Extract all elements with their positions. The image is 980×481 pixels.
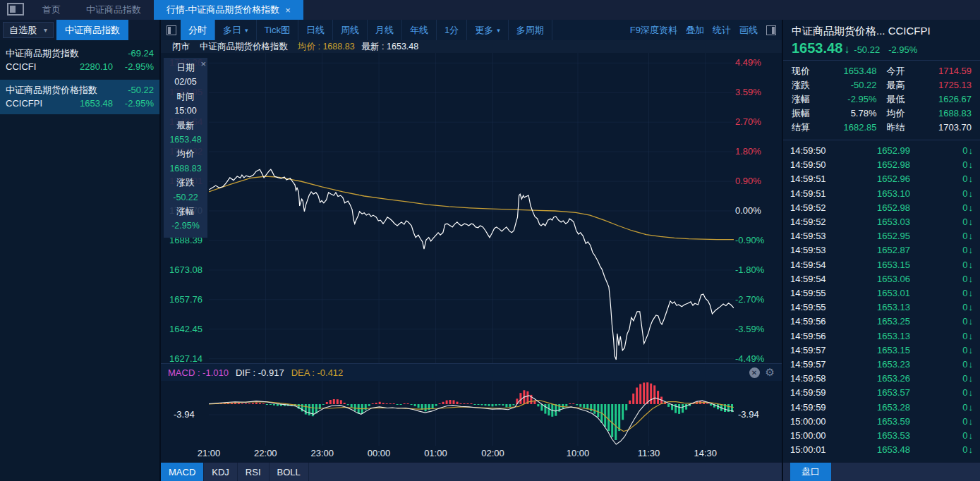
stat-label: 最低 bbox=[887, 92, 905, 106]
sale-row-14: 14:59:571653.150↓ bbox=[790, 343, 973, 358]
sale-time: 14:59:52 bbox=[790, 215, 840, 229]
top-tab-1[interactable]: 中证商品指数 bbox=[73, 0, 154, 20]
collapse-right-panel-icon[interactable] bbox=[766, 25, 776, 35]
indicator-tab-RSI[interactable]: RSI bbox=[238, 463, 270, 481]
sale-row-19: 15:00:001653.590↓ bbox=[790, 415, 973, 429]
toolbar-item-年线[interactable]: 年线 bbox=[402, 20, 437, 40]
chart-toolbar: 分时多日▾Tick图日线周线月线年线1分更多▾多周期 F9深度资料叠加统计画线 bbox=[161, 20, 782, 40]
stat-value: 1725.13 bbox=[905, 78, 972, 92]
watchlist-group-dropdown[interactable]: 自选股 ▾ bbox=[3, 22, 54, 38]
stat-value: 1626.67 bbox=[905, 92, 972, 106]
sale-row-3: 14:59:511653.100↓ bbox=[790, 187, 973, 201]
stats-row-3: 振幅5.78%均价1688.83 bbox=[792, 106, 972, 121]
top-tab-label: 行情-中证商品期货价格指数 bbox=[167, 4, 279, 16]
watchlist-item-row1: 中证商品期货指数-69.24 bbox=[6, 47, 154, 60]
collapse-left-panel-icon[interactable] bbox=[167, 25, 176, 35]
sale-row-7: 14:59:531652.870↓ bbox=[790, 243, 973, 257]
sale-volume: 0 bbox=[962, 386, 967, 400]
indicator-tab-BOLL[interactable]: BOLL bbox=[270, 463, 309, 481]
watchlist-item-row1: 中证商品期货价格指数-50.22 bbox=[6, 83, 154, 97]
close-indicator-icon[interactable]: ✕ bbox=[749, 367, 760, 378]
toolbar-item-1分[interactable]: 1分 bbox=[437, 20, 467, 40]
caret-down-icon: ▾ bbox=[44, 26, 47, 34]
watchlist-tab-csi-commodity[interactable]: 中证商品指数 bbox=[56, 20, 128, 40]
stat-最高: 最高1725.13 bbox=[887, 78, 972, 92]
main-area: 自选股 ▾ 中证商品指数 中证商品期货指数-69.24CCICFI2280.10… bbox=[0, 20, 980, 481]
tooltip-value: 1688.83 bbox=[164, 162, 207, 176]
percent-tick-0: 4.49% bbox=[735, 57, 761, 68]
layout-panel-icon[interactable] bbox=[7, 3, 24, 16]
toolbar-item-多日[interactable]: 多日▾ bbox=[215, 20, 257, 40]
percent-tick-6: -0.90% bbox=[735, 235, 764, 246]
top-tab-label: 首页 bbox=[42, 4, 61, 16]
intraday-price-chart[interactable]: 1780.261764.951749.641734.321719.011703.… bbox=[161, 53, 782, 363]
quote-instrument-name: 中证商品期货价格... bbox=[792, 25, 885, 37]
toolbar-item-更多[interactable]: 更多▾ bbox=[467, 20, 509, 40]
indicator-tab-KDJ[interactable]: KDJ bbox=[204, 463, 238, 481]
toolbar-item-月线[interactable]: 月线 bbox=[368, 20, 402, 40]
macd-min-label-left: -3.94 bbox=[174, 409, 195, 420]
toolbar-item-多周期[interactable]: 多周期 bbox=[509, 20, 552, 40]
sale-time: 14:59:59 bbox=[790, 401, 840, 415]
sale-volume: 0 bbox=[962, 272, 967, 286]
sale-price: 1653.25 bbox=[840, 315, 910, 329]
sale-time: 14:59:59 bbox=[790, 386, 840, 400]
sale-price: 1653.53 bbox=[840, 429, 910, 443]
quote-stats-grid: 现价1653.48今开1714.59涨跌-50.22最高1725.13涨幅-2.… bbox=[783, 61, 980, 140]
sale-row-2: 14:59:511652.960↓ bbox=[790, 172, 973, 186]
sale-direction-down-icon: ↓ bbox=[969, 201, 974, 215]
toolbar-action-统计[interactable]: 统计 bbox=[708, 20, 735, 40]
toolbar-item-日线[interactable]: 日线 bbox=[298, 20, 333, 40]
sale-price: 1653.57 bbox=[840, 386, 910, 400]
tooltip-label: 涨跌 bbox=[164, 176, 207, 190]
sale-time: 14:59:50 bbox=[790, 158, 840, 172]
toolbar-action-叠加[interactable]: 叠加 bbox=[682, 20, 708, 40]
sale-row-8: 14:59:541653.150↓ bbox=[790, 258, 973, 272]
sale-row-20: 15:00:001653.530↓ bbox=[790, 429, 973, 443]
chart-panel: 分时多日▾Tick图日线周线月线年线1分更多▾多周期 F9深度资料叠加统计画线 … bbox=[161, 20, 783, 481]
period-buttons: 分时多日▾Tick图日线周线月线年线1分更多▾多周期 bbox=[181, 20, 552, 40]
toolbar-action-F9深度资料[interactable]: F9深度资料 bbox=[626, 20, 682, 40]
quote-header: 中证商品期货价格... CCICFPI 1653.48 ↓ -50.22 -2.… bbox=[783, 20, 980, 61]
sale-volume: 0 bbox=[962, 187, 967, 201]
sale-price: 1653.28 bbox=[840, 401, 910, 415]
order-book-tab[interactable]: 盘口 bbox=[790, 463, 831, 481]
sale-row-10: 14:59:551653.010↓ bbox=[790, 286, 973, 300]
tab-close-icon[interactable]: × bbox=[285, 5, 291, 16]
price-tick-8: 1657.76 bbox=[169, 294, 202, 305]
toolbar-item-分时[interactable]: 分时 bbox=[181, 20, 215, 40]
price-tick-9: 1642.45 bbox=[169, 324, 202, 335]
sale-volume: 0 bbox=[962, 343, 967, 358]
watchlist-item-CCICFI[interactable]: 中证商品期货指数-69.24CCICFI2280.10-2.95% bbox=[0, 43, 159, 78]
macd-indicator-pane[interactable]: -3.94 -3.94 bbox=[161, 381, 782, 446]
tooltip-close-icon[interactable]: × bbox=[200, 59, 206, 69]
sale-direction-down-icon: ↓ bbox=[969, 187, 974, 201]
sale-time: 14:59:51 bbox=[790, 172, 840, 186]
indicator-tab-MACD[interactable]: MACD bbox=[161, 463, 204, 481]
tooltip-value: 15:00 bbox=[164, 104, 207, 118]
toolbar-spacer bbox=[552, 20, 626, 40]
sale-row-16: 14:59:581653.260↓ bbox=[790, 372, 973, 386]
sale-price: 1653.48 bbox=[840, 443, 910, 457]
stat-均价: 均价1688.83 bbox=[887, 106, 972, 121]
top-tab-0[interactable]: 首页 bbox=[30, 0, 73, 20]
watchlist-item-CCICFPI[interactable]: 中证商品期货价格指数-50.22CCICFPI1653.48-2.95% bbox=[0, 80, 159, 114]
sale-price: 1652.99 bbox=[840, 144, 910, 158]
crosshair-tooltip: × 日期02/05时间15:00最新1653.48均价1688.83涨跌-50.… bbox=[164, 58, 207, 238]
time-and-sales-list[interactable]: 14:59:501652.990↓14:59:501652.980↓14:59:… bbox=[783, 140, 980, 462]
avg-price-readout: 均价 : 1688.83 bbox=[298, 41, 355, 53]
toolbar-action-画线[interactable]: 画线 bbox=[735, 20, 762, 40]
instrument-change: -50.22 bbox=[128, 83, 154, 97]
toolbar-item-label: 月线 bbox=[375, 24, 394, 37]
time-tick-00:00: 00:00 bbox=[361, 448, 397, 458]
stat-value: 1653.48 bbox=[810, 64, 877, 78]
stat-value: 1682.85 bbox=[810, 121, 877, 135]
stat-涨跌: 涨跌-50.22 bbox=[792, 78, 877, 92]
toolbar-item-周线[interactable]: 周线 bbox=[333, 20, 368, 40]
quote-title: 中证商品期货价格... CCICFPI bbox=[792, 25, 972, 38]
tooltip-value: -50.22 bbox=[164, 190, 207, 205]
top-tab-2[interactable]: 行情-中证商品期货价格指数× bbox=[154, 0, 303, 20]
toolbar-item-Tick图[interactable]: Tick图 bbox=[257, 20, 298, 40]
sale-time: 15:00:00 bbox=[790, 429, 840, 443]
indicator-settings-gear-icon[interactable]: ⚙ bbox=[766, 366, 775, 379]
